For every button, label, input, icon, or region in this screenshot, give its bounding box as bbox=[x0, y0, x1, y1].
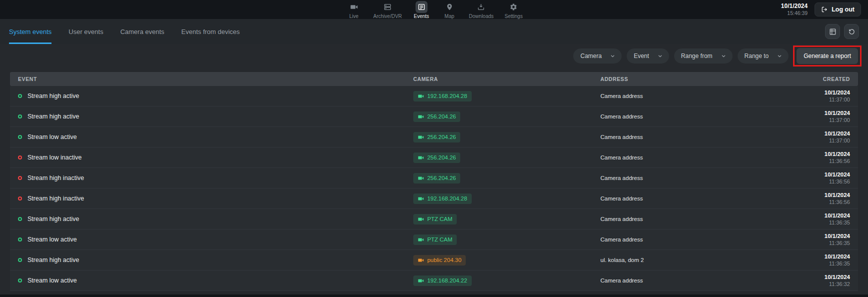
created-date: 10/1/2024 bbox=[746, 192, 850, 198]
address-label: Camera address bbox=[601, 278, 643, 284]
address-label: Camera address bbox=[601, 114, 643, 120]
camera-badge[interactable]: 256.204.26 bbox=[413, 132, 461, 142]
nav-item-live[interactable]: Live bbox=[342, 1, 365, 19]
address-label: ul. kolasa, dom 2 bbox=[601, 257, 644, 263]
camera-badge[interactable]: PTZ CAM bbox=[413, 234, 457, 245]
table-row[interactable]: Stream high inactive 192.168.204.28 Came… bbox=[10, 188, 858, 209]
event-status-icon bbox=[18, 217, 22, 221]
event-status-icon bbox=[18, 94, 22, 98]
event-filter-select[interactable]: Event bbox=[627, 48, 669, 64]
created-time: 11:36:35 bbox=[746, 260, 850, 266]
camera-badge[interactable]: PTZ CAM bbox=[413, 214, 457, 224]
table-row[interactable]: Stream high active 192.168.204.28 Camera… bbox=[10, 86, 858, 106]
camera-filter-label: Camera bbox=[580, 52, 602, 60]
camera-badge[interactable]: 256.204.26 bbox=[413, 173, 461, 184]
event-status-icon bbox=[18, 238, 22, 242]
current-date: 10/1/2024 bbox=[781, 2, 808, 10]
address-cell: Camera address bbox=[601, 114, 746, 120]
created-date: 10/1/2024 bbox=[746, 172, 850, 178]
camera-name: 192.168.204.28 bbox=[427, 93, 467, 100]
address-cell: Camera address bbox=[601, 236, 746, 242]
tab-camera-events[interactable]: Camera events bbox=[120, 19, 164, 44]
created-time: 11:36:56 bbox=[746, 158, 850, 164]
table-row[interactable]: Stream high active public 204.30 ul. kol… bbox=[10, 250, 858, 270]
event-status-icon bbox=[18, 176, 22, 180]
camera-filter-select[interactable]: Camera bbox=[573, 48, 622, 64]
generate-report-button[interactable]: Generate a report bbox=[797, 48, 858, 64]
table-row[interactable]: Stream low active PTZ CAM Camera address… bbox=[10, 230, 858, 250]
created-date: 10/1/2024 bbox=[746, 274, 850, 280]
tab-system-events[interactable]: System events bbox=[9, 19, 51, 44]
tab-user-events[interactable]: User events bbox=[68, 19, 103, 44]
camera-name: PTZ CAM bbox=[427, 236, 452, 243]
event-cell: Stream high inactive bbox=[18, 174, 413, 182]
camera-icon bbox=[418, 278, 424, 284]
header-event: EVENT bbox=[18, 76, 413, 82]
created-cell: 10/1/2024 11:37:00 bbox=[746, 130, 850, 144]
event-cell: Stream high active bbox=[18, 92, 413, 100]
events-table: EVENT CAMERA ADDRESS CREATED Stream high… bbox=[10, 72, 858, 291]
topbar-right: 10/1/2024 15:46:39 Log out bbox=[781, 2, 861, 16]
nav-item-events[interactable]: Events bbox=[410, 1, 433, 19]
current-time: 15:46:39 bbox=[781, 10, 808, 16]
table-row[interactable]: Stream low inactive 256.204.26 Camera ad… bbox=[10, 148, 858, 168]
range-to-select[interactable]: Range to bbox=[738, 48, 789, 64]
address-label: Camera address bbox=[601, 236, 643, 242]
nav-item-map[interactable]: Map bbox=[438, 1, 461, 19]
camera-cell: 192.168.204.28 bbox=[413, 194, 601, 204]
created-date: 10/1/2024 bbox=[746, 151, 850, 157]
created-date: 10/1/2024 bbox=[746, 130, 850, 136]
event-label: Stream high active bbox=[27, 216, 79, 222]
camera-cell: PTZ CAM bbox=[413, 234, 601, 245]
range-from-select[interactable]: Range from bbox=[674, 48, 733, 64]
camera-name: 256.204.26 bbox=[427, 134, 456, 140]
table-row[interactable]: Stream high active 256.204.26 Camera add… bbox=[10, 106, 858, 127]
tabs: System events User events Camera events … bbox=[9, 19, 240, 44]
refresh-button[interactable] bbox=[844, 24, 859, 39]
camera-cell: 256.204.26 bbox=[413, 152, 601, 163]
tab-events-from-devices[interactable]: Events from devices bbox=[181, 19, 240, 44]
camera-badge[interactable]: 256.204.26 bbox=[413, 112, 461, 122]
logout-label: Log out bbox=[832, 6, 855, 13]
topbar: Live Archive/DVR Events Map Downloads bbox=[0, 0, 868, 19]
created-cell: 10/1/2024 11:37:00 bbox=[746, 90, 850, 102]
chevron-down-icon bbox=[721, 53, 727, 59]
address-cell: Camera address bbox=[601, 216, 746, 222]
address-cell: Camera address bbox=[601, 93, 746, 99]
table-row[interactable]: Stream high active PTZ CAM Camera addres… bbox=[10, 209, 858, 230]
event-label: Stream low active bbox=[27, 134, 77, 140]
header-camera: CAMERA bbox=[413, 76, 601, 82]
tab-actions bbox=[825, 19, 859, 44]
camera-badge[interactable]: 192.168.204.22 bbox=[413, 276, 472, 286]
logout-button[interactable]: Log out bbox=[815, 2, 861, 16]
table-row[interactable]: Stream high inactive 256.204.26 Camera a… bbox=[10, 168, 858, 188]
camera-badge[interactable]: 192.168.204.28 bbox=[413, 91, 472, 102]
nav-item-settings[interactable]: Settings bbox=[502, 1, 526, 19]
created-time: 11:36:32 bbox=[746, 281, 850, 287]
logout-icon bbox=[821, 6, 828, 13]
range-to-label: Range to bbox=[745, 52, 769, 60]
camera-badge[interactable]: 192.168.204.28 bbox=[413, 194, 472, 204]
nav-label-events: Events bbox=[414, 14, 429, 19]
table-view-icon bbox=[829, 28, 837, 36]
address-label: Camera address bbox=[601, 196, 643, 202]
address-cell: Camera address bbox=[601, 154, 746, 160]
camera-cell: 256.204.26 bbox=[413, 132, 601, 142]
nav-item-downloads[interactable]: Downloads bbox=[466, 1, 496, 19]
address-label: Camera address bbox=[601, 154, 643, 160]
created-time: 11:36:56 bbox=[746, 178, 850, 184]
table-view-button[interactable] bbox=[825, 24, 840, 39]
camera-badge[interactable]: public 204.30 bbox=[413, 255, 466, 266]
camera-badge[interactable]: 256.204.26 bbox=[413, 152, 461, 163]
event-cell: Stream low active bbox=[18, 134, 413, 140]
table-row[interactable]: Stream low active 256.204.26 Camera addr… bbox=[10, 127, 858, 148]
event-label: Stream low inactive bbox=[27, 154, 81, 161]
created-time: 11:36:56 bbox=[746, 199, 850, 205]
camera-icon bbox=[418, 236, 424, 243]
nav-item-archive-dvr[interactable]: Archive/DVR bbox=[370, 1, 405, 19]
table-row[interactable]: Stream low active 192.168.204.22 Camera … bbox=[10, 270, 858, 291]
camera-name: 256.204.26 bbox=[427, 114, 456, 120]
event-cell: Stream high inactive bbox=[18, 195, 413, 202]
created-cell: 10/1/2024 11:36:35 bbox=[746, 212, 850, 226]
event-label: Stream high active bbox=[27, 256, 79, 264]
